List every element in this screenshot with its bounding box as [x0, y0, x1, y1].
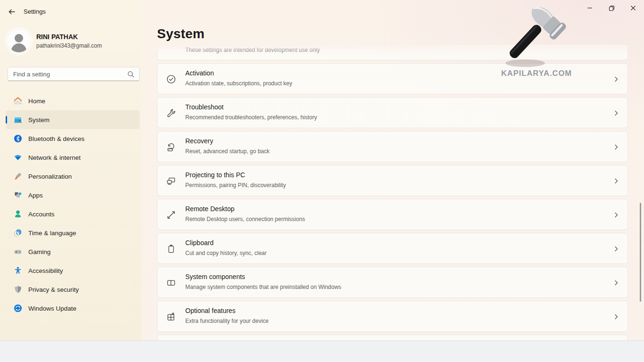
user-profile[interactable]: RINI PATHAK pathakrini343@gmail.com	[8, 27, 135, 55]
chevron-right-icon	[612, 211, 620, 219]
row-subtitle: Extra functionality for your device	[185, 318, 269, 324]
time-language-icon	[13, 228, 23, 238]
sidebar-item-system[interactable]: System	[6, 110, 140, 129]
find-a-setting-box[interactable]	[8, 67, 140, 81]
find-a-setting-input[interactable]	[8, 71, 127, 78]
minimize-button[interactable]	[579, 0, 601, 16]
row-clipboard[interactable]: Clipboard Cut and copy history, sync, cl…	[157, 233, 628, 264]
personalization-icon	[13, 172, 23, 181]
row-subtitle: Permissions, pairing PIN, discoverabilit…	[185, 182, 286, 189]
row-troubleshoot[interactable]: Troubleshoot Recommended troubleshooters…	[157, 97, 628, 128]
troubleshoot-icon	[166, 108, 176, 118]
user-name: RINI PATHAK	[36, 33, 102, 41]
row-title: Remote Desktop	[185, 205, 234, 213]
bluetooth-icon	[13, 134, 23, 143]
restore-button[interactable]	[601, 0, 622, 16]
chevron-right-icon	[612, 279, 620, 287]
activation-icon	[166, 74, 176, 84]
app-title: Settings	[24, 8, 46, 15]
row-subtitle: Recommended troubleshooters, preferences…	[185, 114, 317, 121]
row-subtitle: Activation state, subscriptions, product…	[185, 80, 292, 87]
row-system-components[interactable]: System components Manage system componen…	[157, 267, 628, 298]
row-for-developers[interactable]: These settings are intended for developm…	[157, 45, 628, 60]
row-title: Recovery	[185, 137, 213, 145]
window-controls	[579, 0, 644, 16]
sidebar-item-accounts[interactable]: Accounts	[6, 205, 140, 223]
gaming-icon	[13, 247, 23, 256]
sidebar-item-bluetooth-devices[interactable]: Bluetooth & devices	[6, 129, 140, 148]
row-title: Clipboard	[185, 239, 214, 247]
system-components-icon	[166, 278, 176, 288]
for-developers-icon	[166, 45, 176, 50]
sidebar-item-personalization[interactable]: Personalization	[6, 167, 140, 186]
windows-update-icon	[13, 304, 23, 313]
sidebar-item-time-language[interactable]: Time & language	[6, 223, 140, 242]
row-subtitle: These settings are intended for developm…	[185, 47, 320, 53]
system-icon	[13, 115, 23, 124]
sidebar-item-gaming[interactable]: Gaming	[6, 242, 140, 261]
main-panel: System These settings are intended for d…	[141, 0, 644, 340]
privacy-security-icon	[13, 285, 23, 294]
row-title: System components	[185, 273, 245, 280]
sidebar-item-home[interactable]: Home	[6, 91, 140, 110]
page-title: System	[157, 26, 205, 41]
row-remote-desktop[interactable]: Remote Desktop Remote Desktop users, con…	[157, 199, 628, 230]
settings-window: Settings RINI PATHAK pathakrini343@gmail…	[0, 0, 644, 362]
chevron-right-icon	[612, 143, 620, 151]
chevron-right-icon	[612, 177, 620, 185]
row-subtitle: Remote Desktop users, connection permiss…	[185, 216, 305, 222]
row-projecting-to-this-pc[interactable]: Projecting to this PC Permissions, pairi…	[157, 165, 628, 196]
row-subtitle: Cut and copy history, sync, clear	[185, 250, 267, 256]
sidebar-item-accessibility[interactable]: Accessibility	[6, 261, 140, 280]
remote-desktop-icon	[166, 210, 176, 220]
row-optional-features[interactable]: Optional features Extra functionality fo…	[157, 301, 628, 332]
accessibility-icon	[13, 266, 23, 275]
network-icon	[13, 153, 23, 162]
taskbar: ! 5 G S Road Construction Search	[0, 340, 644, 362]
sidebar-item-privacy-security[interactable]: Privacy & security	[6, 280, 140, 299]
sidebar-item-network-internet[interactable]: Network & internet	[6, 148, 140, 167]
row-title: Projecting to this PC	[185, 171, 245, 179]
sidebar-item-windows-update[interactable]: Windows Update	[6, 299, 140, 318]
recovery-icon	[166, 142, 176, 152]
scrollbar-thumb[interactable]	[640, 203, 641, 302]
selected-indicator	[6, 116, 7, 123]
row-title: Troubleshoot	[185, 103, 223, 111]
settings-list: These settings are intended for developm…	[157, 45, 628, 340]
titlebar: Settings	[0, 0, 141, 23]
row-subtitle: Manage system components that are preins…	[185, 284, 341, 290]
sidebar-item-apps[interactable]: Apps	[6, 186, 140, 205]
search-icon	[127, 71, 134, 78]
row-partial-bottom[interactable]	[157, 335, 628, 340]
chevron-right-icon	[612, 245, 620, 253]
close-button[interactable]	[622, 0, 644, 16]
sidebar-nav: Home System Bluetooth & devices	[6, 91, 140, 318]
sidebar: Settings RINI PATHAK pathakrini343@gmail…	[0, 0, 141, 340]
home-icon	[13, 96, 23, 106]
optional-features-icon	[166, 312, 176, 322]
chevron-right-icon	[612, 109, 620, 117]
accounts-icon	[13, 209, 23, 219]
user-email: pathakrini343@gmail.com	[36, 42, 102, 49]
row-recovery[interactable]: Recovery Reset, advanced startup, go bac…	[157, 131, 628, 162]
row-title: Activation	[185, 69, 214, 77]
row-activation[interactable]: Activation Activation state, subscriptio…	[157, 63, 628, 94]
row-title: Optional features	[185, 307, 236, 314]
avatar	[8, 30, 30, 52]
apps-icon	[13, 190, 23, 200]
clipboard-icon	[166, 244, 176, 254]
row-subtitle: Reset, advanced startup, go back	[185, 148, 270, 155]
chevron-right-icon	[612, 313, 620, 321]
chevron-right-icon	[612, 75, 620, 83]
projecting-icon	[166, 176, 176, 186]
back-button[interactable]	[6, 6, 18, 18]
back-arrow-icon	[8, 8, 16, 16]
